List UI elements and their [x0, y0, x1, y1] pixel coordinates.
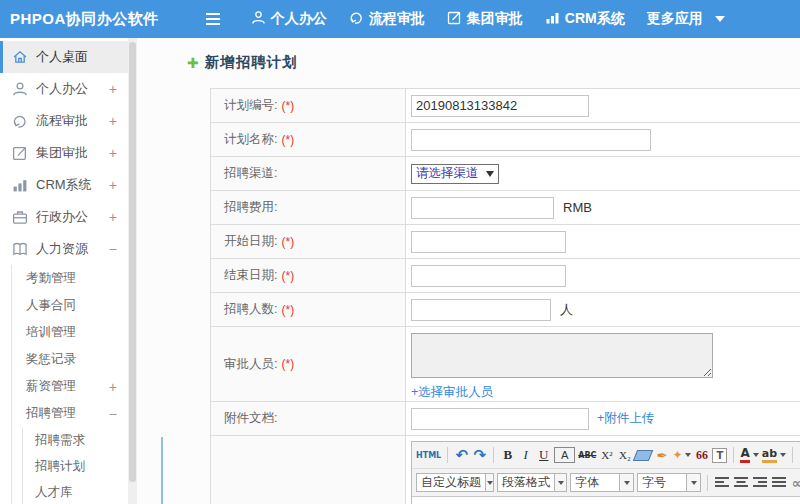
undo-button[interactable]: ↶: [454, 445, 469, 465]
font-size-select[interactable]: 字号: [637, 473, 701, 492]
home-icon: [12, 49, 28, 65]
select-caret-icon: [554, 474, 566, 491]
select-caret-icon: [485, 474, 493, 491]
expand-toggle[interactable]: +: [109, 113, 117, 129]
sidebar-item-salary-mgmt[interactable]: 薪资管理 +: [12, 373, 128, 400]
align-right-button[interactable]: [752, 476, 768, 489]
nav-personal-office[interactable]: 个人办公: [251, 10, 327, 28]
sidebar-item-human-resources[interactable]: 人力资源 −: [0, 233, 128, 265]
add-plus-icon: ✚: [187, 56, 199, 70]
frame-edge-line: [161, 437, 163, 504]
font-family-select[interactable]: 字体: [570, 473, 634, 492]
expand-toggle[interactable]: +: [109, 81, 117, 97]
bar-chart-icon: [545, 10, 560, 28]
strikethrough-button[interactable]: ABC: [578, 445, 596, 465]
form-row-editor: HTML ↶ ↷ B I U A ABC X² X₂ ✒: [211, 436, 800, 504]
expand-toggle[interactable]: +: [109, 145, 117, 161]
align-justify-button[interactable]: [771, 476, 787, 489]
sidebar-item-personal-office[interactable]: 个人办公 +: [0, 73, 128, 105]
align-center-button[interactable]: [733, 476, 749, 489]
sidebar-item-recruitment-plan[interactable]: 招聘计划: [23, 453, 128, 479]
magic-fill-button[interactable]: ✦: [672, 445, 691, 465]
sidebar-item-workflow-approval[interactable]: 流程审批 +: [0, 105, 128, 137]
italic-button[interactable]: I: [518, 445, 533, 465]
sidebar-item-personal-desktop[interactable]: 个人桌面: [0, 41, 128, 73]
unit-suffix: 人: [560, 301, 573, 319]
headcount-input[interactable]: [411, 299, 551, 321]
superscript-button[interactable]: X²: [599, 445, 614, 465]
end-date-input[interactable]: [411, 265, 566, 287]
insert-link-button[interactable]: ∞: [790, 473, 800, 493]
form-row-approvers: 审批人员:(*) +选择审批人员: [211, 327, 800, 402]
sidebar-item-personnel-contract[interactable]: 人事合同: [12, 292, 128, 319]
form-row-attachment: 附件文档: +附件上传: [211, 402, 800, 436]
plan-number-input[interactable]: [411, 95, 589, 117]
caret-down-icon: [715, 16, 725, 22]
custom-heading-select[interactable]: 自定义标题: [416, 473, 494, 492]
sidebar-item-training-mgmt[interactable]: 培训管理: [12, 319, 128, 346]
select-approvers-link[interactable]: +选择审批人员: [411, 384, 493, 401]
attachment-upload-link[interactable]: +附件上传: [597, 410, 654, 427]
approvers-textarea[interactable]: [411, 333, 713, 378]
sidebar-item-attendance-mgmt[interactable]: 考勤管理: [12, 265, 128, 292]
html-source-button[interactable]: HTML: [416, 445, 441, 465]
form-row-recruit-cost: 招聘费用: RMB: [211, 191, 800, 225]
collapse-toggle[interactable]: −: [109, 241, 117, 257]
collapse-toggle[interactable]: −: [109, 406, 117, 422]
caret-down-icon: [685, 453, 691, 457]
channel-select[interactable]: 请选择渠道: [411, 164, 499, 184]
wand-icon: ✦: [672, 448, 682, 462]
caret-down-icon: [780, 453, 786, 457]
recruit-cost-input[interactable]: [411, 197, 554, 219]
redo-button[interactable]: ↷: [472, 445, 487, 465]
main-content: ✚ 新增招聘计划 计划编号:(*) 计划名称:(*) 招聘渠道: 请选择渠道 招…: [137, 38, 800, 504]
edit-icon: [447, 10, 462, 28]
align-left-button[interactable]: [714, 476, 730, 489]
recruitment-submenu: 招聘需求 招聘计划 人才库: [22, 427, 128, 504]
sidebar-item-admin-office[interactable]: 行政办公 +: [0, 201, 128, 233]
sidebar-scrollbar[interactable]: [128, 38, 137, 504]
subscript-button[interactable]: X₂: [617, 445, 632, 465]
highlight-color-button[interactable]: ab: [762, 445, 786, 465]
format-brush-button[interactable]: ✒: [654, 445, 669, 465]
caret-down-icon: [753, 453, 759, 457]
editor-content-area[interactable]: [412, 497, 800, 504]
form-row-plan-name: 计划名称:(*): [211, 123, 800, 157]
app-title: PHPOA协同办公软件: [10, 10, 159, 29]
nav-group-approval[interactable]: 集团审批: [447, 10, 523, 28]
sidebar-item-recruitment-demand[interactable]: 招聘需求: [23, 427, 128, 453]
process-arrow-icon: [349, 10, 364, 28]
start-date-input[interactable]: [411, 231, 566, 253]
sidebar-item-group-approval[interactable]: 集团审批 +: [0, 137, 128, 169]
hamburger-menu-icon[interactable]: [205, 12, 221, 26]
sidebar-item-reward-punishment[interactable]: 奖惩记录: [12, 346, 128, 373]
form-row-recruit-channel: 招聘渠道: 请选择渠道: [211, 157, 800, 191]
font-box-button[interactable]: A: [554, 447, 575, 463]
form-row-plan-number: 计划编号:(*): [211, 89, 800, 123]
eraser-icon: [633, 450, 653, 461]
form-row-headcount: 招聘人数:(*) 人: [211, 293, 800, 327]
font-color-button[interactable]: A: [740, 445, 758, 465]
select-caret-icon: [619, 474, 633, 491]
paragraph-format-select[interactable]: 段落格式: [497, 473, 567, 492]
book-icon: [12, 241, 28, 257]
nav-workflow-approval[interactable]: 流程审批: [349, 10, 425, 28]
blockquote-button[interactable]: 66: [694, 445, 709, 465]
expand-toggle[interactable]: +: [109, 177, 117, 193]
expand-toggle[interactable]: +: [109, 209, 117, 225]
paste-as-text-button[interactable]: T: [712, 448, 727, 463]
nav-crm-system[interactable]: CRM系统: [545, 10, 625, 28]
nav-more-apps[interactable]: 更多应用: [647, 10, 725, 28]
underline-button[interactable]: U: [536, 445, 551, 465]
attachment-input[interactable]: [411, 408, 589, 430]
bold-button[interactable]: B: [500, 445, 515, 465]
sidebar-item-crm-system[interactable]: CRM系统 +: [0, 169, 128, 201]
scrollbar-thumb[interactable]: [129, 42, 136, 482]
sidebar-item-recruitment-mgmt[interactable]: 招聘管理 −: [12, 400, 128, 427]
rich-text-editor: HTML ↶ ↷ B I U A ABC X² X₂ ✒: [411, 441, 800, 504]
remove-format-button[interactable]: [635, 445, 651, 465]
sidebar-item-talent-pool[interactable]: 人才库: [23, 479, 128, 504]
plan-name-input[interactable]: [411, 129, 651, 151]
expand-toggle[interactable]: +: [109, 379, 117, 395]
page-title: ✚ 新增招聘计划: [187, 53, 298, 72]
